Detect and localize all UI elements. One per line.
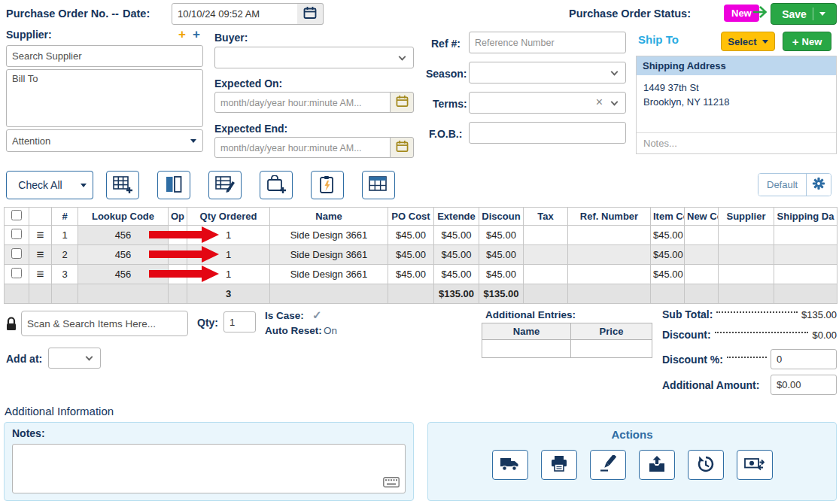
cell-op[interactable] [169, 245, 187, 265]
add-supplier-icon[interactable]: + [193, 28, 200, 41]
cell-ref-number[interactable] [568, 265, 651, 284]
date-input[interactable] [172, 3, 298, 25]
select-all-checkbox[interactable] [11, 210, 22, 220]
check-all-dropdown[interactable] [74, 171, 93, 199]
expected-end-input[interactable] [214, 137, 391, 158]
print-action-button[interactable] [541, 450, 577, 480]
cell-tax[interactable] [524, 226, 568, 245]
ship-to-select-button[interactable]: Select [721, 32, 775, 51]
history-action-button[interactable] [688, 450, 724, 480]
grid-settings-button[interactable] [806, 174, 831, 196]
select-all-header[interactable] [5, 208, 29, 226]
date-calendar-button[interactable] [297, 3, 324, 25]
drag-header[interactable] [29, 208, 52, 226]
cell-discount[interactable]: $45.00 [479, 245, 524, 265]
column-header[interactable]: Extende [434, 208, 479, 226]
season-select[interactable] [469, 62, 626, 83]
cell-shipping-date[interactable] [774, 245, 837, 265]
additional-amount-input[interactable] [771, 375, 837, 395]
toolbar-columns-button[interactable] [157, 171, 190, 199]
cell-discount[interactable]: $45.00 [479, 265, 524, 284]
qty-input[interactable] [223, 311, 256, 332]
column-header[interactable]: Lookup Code [78, 208, 169, 226]
cell-item-cost[interactable]: $45.00 [651, 245, 685, 265]
notes-textarea[interactable] [12, 444, 406, 493]
cell-po-cost[interactable]: $45.00 [388, 245, 434, 265]
add-at-select[interactable] [48, 348, 101, 369]
cell-extended[interactable]: $45.00 [434, 245, 479, 265]
shipping-address[interactable]: 1449 37th St Brooklyn, NY 11218 [637, 75, 836, 132]
expected-on-calendar-button[interactable] [390, 92, 414, 113]
cell-op[interactable] [169, 226, 187, 245]
ship-to-notes[interactable]: Notes... [637, 132, 836, 153]
scan-search-input[interactable] [21, 311, 188, 336]
column-header[interactable]: Supplier [719, 208, 774, 226]
cell-qty-ordered[interactable]: 1 [187, 245, 270, 265]
toolbar-edit-table-button[interactable] [208, 171, 242, 199]
cell-shipping-date[interactable] [774, 265, 837, 284]
cell-supplier[interactable] [719, 226, 774, 245]
cell-new-cost[interactable] [685, 245, 719, 265]
cell-name[interactable]: Side Design 3661 [270, 226, 388, 245]
column-header[interactable]: PO Cost [388, 208, 434, 226]
check-all-button[interactable]: Check All [6, 171, 74, 199]
expected-on-input[interactable] [214, 92, 391, 113]
toolbar-add-package-button[interactable] [260, 171, 293, 199]
column-header[interactable]: Ref. Number [568, 208, 651, 226]
add-supplier-favorite-icon[interactable]: + [178, 28, 186, 41]
cell-extended[interactable]: $45.00 [434, 226, 479, 245]
cell-po-cost[interactable]: $45.00 [388, 265, 434, 284]
default-view-button[interactable]: Default [758, 174, 806, 196]
cell-lookup-code[interactable]: 456 [78, 265, 169, 284]
cell-op[interactable] [169, 265, 187, 284]
discount-percent-input[interactable] [771, 349, 837, 369]
expected-end-calendar-button[interactable] [390, 137, 414, 158]
column-header[interactable]: Name [270, 208, 388, 226]
row-checkbox[interactable] [11, 248, 22, 259]
column-header[interactable]: Qty Ordered [187, 208, 270, 226]
cell-po-cost[interactable]: $45.00 [388, 226, 434, 245]
payment-action-button[interactable] [737, 450, 773, 480]
row-checkbox[interactable] [11, 229, 22, 239]
terms-select[interactable]: × [469, 92, 626, 114]
cell-qty-ordered[interactable]: 1 [187, 265, 270, 284]
column-header[interactable]: Tax [524, 208, 568, 226]
row-checkbox[interactable] [11, 268, 22, 278]
label-action-button[interactable] [590, 450, 626, 480]
cell-new-cost[interactable] [685, 226, 719, 245]
cell-num[interactable]: 1 [52, 226, 78, 245]
column-header[interactable]: Discoun [479, 208, 524, 226]
drag-handle-icon[interactable]: ≡ [37, 247, 44, 262]
fob-input[interactable] [469, 122, 626, 144]
cell-item-cost[interactable]: $45.00 [651, 226, 685, 245]
cell-extended[interactable]: $45.00 [434, 265, 479, 284]
keyboard-icon[interactable] [383, 477, 400, 490]
check-icon[interactable]: ✓ [312, 308, 322, 322]
ae-name-cell[interactable] [482, 340, 571, 358]
toolbar-quick-actions-button[interactable] [311, 171, 344, 199]
cell-name[interactable]: Side Design 3661 [270, 265, 388, 284]
column-header[interactable]: Shipping Da [774, 208, 837, 226]
cell-supplier[interactable] [719, 265, 774, 284]
attention-dropdown-icon[interactable] [190, 139, 196, 143]
receive-action-button[interactable] [639, 450, 675, 480]
toolbar-add-row-button[interactable] [106, 171, 139, 199]
buyer-select[interactable] [214, 47, 414, 68]
ship-to-new-button[interactable]: + New [783, 32, 831, 51]
ae-price-cell[interactable] [571, 340, 652, 358]
column-header[interactable]: New Co [685, 208, 719, 226]
clear-icon[interactable]: × [596, 96, 603, 109]
cell-lookup-code[interactable]: 456 [78, 226, 169, 245]
cell-shipping-date[interactable] [774, 226, 837, 245]
column-header[interactable]: # [52, 208, 78, 226]
attention-input[interactable] [6, 129, 203, 152]
supplier-search-input[interactable] [6, 45, 203, 67]
drag-handle-icon[interactable]: ≡ [37, 228, 44, 242]
ship-to-title[interactable]: Ship To [638, 33, 679, 46]
save-button[interactable]: Save [771, 3, 837, 25]
ship-action-button[interactable] [492, 450, 528, 480]
column-header[interactable]: Item Co [651, 208, 685, 226]
cell-tax[interactable] [524, 265, 568, 284]
cell-item-cost[interactable]: $45.00 [651, 265, 685, 284]
cell-ref-number[interactable] [568, 226, 651, 245]
